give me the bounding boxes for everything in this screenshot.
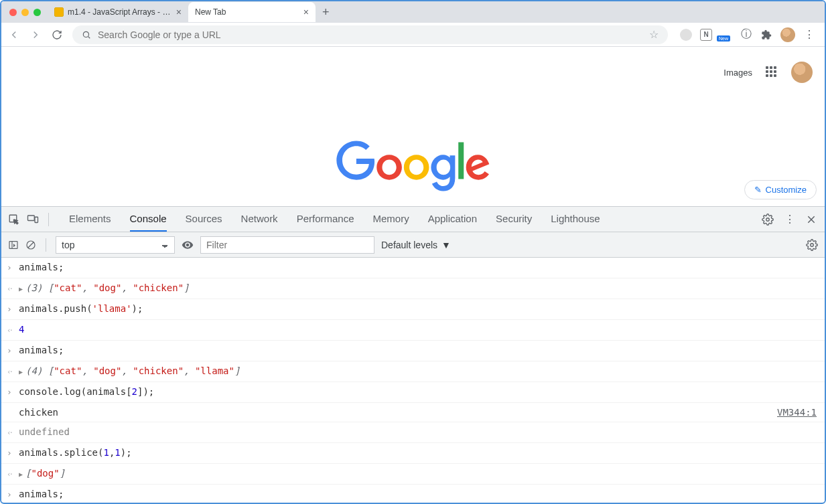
console-row[interactable]: animals.splice(1,1); [1,443,825,464]
traffic-lights [5,9,48,16]
console-content: animals; [19,343,819,357]
extension-chrome-icon[interactable]: New [720,29,732,41]
devtools-menu-icon[interactable]: ⋮ [784,213,795,226]
console-row[interactable]: 4 [1,320,825,341]
console-row[interactable]: ▶(4) ["cat", "dog", "chicken", "llama"] [1,361,825,382]
svg-point-7 [766,218,770,221]
forward-button[interactable] [29,29,42,41]
window-maximize-button[interactable] [33,9,41,16]
reload-button[interactable] [51,29,63,41]
apps-grid-icon[interactable] [766,66,778,78]
console-content: ▶(3) ["cat", "dog", "chicken"] [19,280,819,297]
source-link[interactable]: VM344:1 [777,405,819,420]
expand-arrow-icon[interactable]: ▶ [19,285,23,292]
console-row[interactable]: animals.push('llama'); [1,299,825,320]
input-chevron-icon [7,446,19,461]
omnibox-input[interactable] [98,29,642,40]
devtools-tab-console[interactable]: Console [130,207,167,232]
context-selector[interactable]: top [56,236,175,254]
console-content: ▶["dog"] [19,466,819,482]
input-chevron-icon [7,385,19,400]
console-row[interactable]: ▶["dog"] [1,464,825,485]
profile-avatar[interactable] [780,27,795,42]
chevron-down-icon: ▼ [441,240,451,250]
tab-close-button[interactable]: × [176,7,182,17]
extension-icon[interactable] [680,29,692,41]
expand-arrow-icon[interactable]: ▶ [19,368,23,375]
tab-bar: m1.4 - JavaScript Arrays - Go… × New Tab… [1,1,825,23]
devtools-tab-bar: ElementsConsoleSourcesNetworkPerformance… [1,207,825,232]
output-chevron-icon [7,323,19,338]
console-row[interactable]: undefined [1,422,825,443]
devtools-tab-security[interactable]: Security [496,207,532,232]
devtools-tab-network[interactable]: Network [241,207,278,232]
devtools-tab-application[interactable]: Application [428,207,477,232]
svg-line-13 [28,242,33,248]
console-sidebar-toggle-icon[interactable] [8,240,19,250]
svg-rect-5 [28,216,35,221]
expand-arrow-icon[interactable]: ▶ [19,471,23,478]
console-row[interactable]: chickenVM344:1 [1,403,825,422]
console-content: animals.push('llama'); [19,301,819,316]
console-row[interactable]: ▶(3) ["cat", "dog", "chicken"] [1,278,825,299]
customize-label: Customize [766,185,807,195]
images-link[interactable]: Images [724,68,752,78]
devtools-tab-lighthouse[interactable]: Lighthouse [551,207,600,232]
device-toolbar-icon[interactable] [27,214,39,226]
console-content: console.log(animals[2]); [19,384,819,399]
input-chevron-icon [7,343,19,359]
output-chevron-icon [7,365,19,380]
svg-point-14 [811,243,814,246]
chrome-menu-button[interactable]: ⋮ [803,29,815,41]
info-icon[interactable]: ⓘ [740,29,752,41]
devtools-tab-elements[interactable]: Elements [69,207,111,232]
new-tab-page: Images ✎ Customize [1,47,825,206]
tab-title: New Tab [195,7,299,17]
window-minimize-button[interactable] [21,9,29,16]
customize-button[interactable]: ✎ Customize [744,180,817,199]
browser-tab[interactable]: m1.4 - JavaScript Arrays - Go… × [48,2,188,22]
console-content: animals; [19,487,819,501]
console-filter-input[interactable] [200,236,374,254]
console-content: 4 [19,322,819,337]
console-content: animals; [19,260,819,274]
new-tab-button[interactable]: + [316,5,336,19]
log-level-selector[interactable]: Default levels ▼ [381,240,451,250]
window-close-button[interactable] [9,9,17,16]
console-row[interactable]: animals; [1,341,825,361]
devtools-panel: ElementsConsoleSourcesNetworkPerformance… [1,206,825,501]
tab-title: m1.4 - JavaScript Arrays - Go… [68,7,172,17]
console-settings-gear-icon[interactable] [806,239,818,251]
console-row[interactable]: animals; [1,258,825,278]
browser-tab-active[interactable]: New Tab × [188,2,316,22]
input-chevron-icon [7,487,19,501]
google-logo [333,141,494,195]
console-output[interactable]: animals;▶(3) ["cat", "dog", "chicken"]an… [1,258,825,501]
back-button[interactable] [8,29,20,41]
clear-console-icon[interactable] [25,240,36,250]
live-expression-icon[interactable] [182,239,194,251]
extensions-puzzle-icon[interactable] [760,29,772,41]
inspect-element-icon[interactable] [8,214,20,226]
omnibox[interactable]: ☆ [72,25,668,44]
console-toolbar: top Default levels ▼ [1,232,825,258]
console-row[interactable]: animals; [1,485,825,501]
devtools-close-icon[interactable] [806,214,817,225]
devtools-tab-memory[interactable]: Memory [373,207,409,232]
console-row[interactable]: console.log(animals[2]); [1,382,825,403]
svg-line-1 [88,36,90,38]
output-chevron-icon [7,282,19,297]
input-chevron-icon [7,302,19,317]
extension-notion-icon[interactable]: N [700,29,712,41]
svg-rect-6 [35,217,38,222]
settings-gear-icon[interactable] [762,214,774,226]
account-avatar[interactable] [791,62,813,83]
tab-close-button[interactable]: × [303,7,309,17]
output-chevron-icon [7,426,19,440]
devtools-tab-sources[interactable]: Sources [186,207,222,232]
svg-point-0 [83,31,88,37]
bookmark-star-icon[interactable]: ☆ [648,29,660,41]
pencil-icon: ✎ [754,185,762,195]
devtools-tab-performance[interactable]: Performance [297,207,354,232]
input-chevron-icon [7,260,19,276]
